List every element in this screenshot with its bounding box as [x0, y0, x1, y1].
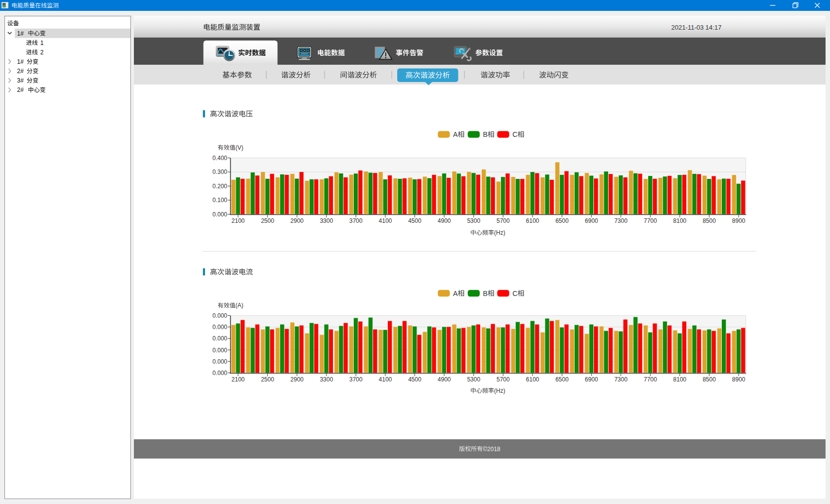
- svg-text:2500: 2500: [261, 217, 274, 224]
- svg-text:0.000: 0.000: [212, 358, 227, 365]
- svg-text:8100: 8100: [673, 217, 687, 224]
- svg-text:1#: 1#: [17, 58, 24, 65]
- svg-text:7300: 7300: [614, 217, 627, 224]
- svg-text:0.000: 0.000: [212, 370, 227, 377]
- svg-text:0.300: 0.300: [212, 168, 227, 175]
- svg-text:4900: 4900: [438, 376, 451, 383]
- svg-text:4100: 4100: [379, 217, 392, 224]
- svg-text:0.000: 0.000: [212, 211, 227, 218]
- svg-text:©2018: ©2018: [483, 446, 500, 453]
- svg-text:5700: 5700: [497, 217, 510, 224]
- svg-text:5300: 5300: [467, 217, 480, 224]
- svg-text:B: B: [483, 290, 488, 297]
- svg-text:8900: 8900: [732, 217, 746, 224]
- svg-text:8100: 8100: [673, 376, 687, 383]
- svg-text:7700: 7700: [644, 376, 657, 383]
- svg-text:6900: 6900: [585, 217, 598, 224]
- svg-text:2900: 2900: [290, 376, 304, 383]
- svg-text:0.000: 0.000: [212, 335, 227, 342]
- svg-text:8900: 8900: [732, 376, 746, 383]
- svg-text:2: 2: [41, 49, 44, 56]
- svg-text:2900: 2900: [290, 217, 304, 224]
- svg-text:8500: 8500: [703, 217, 716, 224]
- svg-text:2100: 2100: [232, 376, 245, 383]
- svg-text:0.100: 0.100: [212, 197, 227, 204]
- svg-text:2#: 2#: [17, 68, 24, 75]
- svg-text:0.000: 0.000: [212, 347, 227, 354]
- svg-text:0.000: 0.000: [212, 324, 227, 331]
- svg-text:5700: 5700: [497, 376, 510, 383]
- svg-text:2021-11-03 14:17: 2021-11-03 14:17: [671, 24, 722, 31]
- svg-text:7700: 7700: [644, 217, 657, 224]
- svg-text:0.400: 0.400: [212, 155, 227, 162]
- svg-text:2#: 2#: [17, 86, 24, 93]
- svg-text:4500: 4500: [408, 217, 421, 224]
- svg-text:1#: 1#: [17, 30, 24, 37]
- svg-text:(V): (V): [236, 144, 244, 151]
- svg-text:3300: 3300: [320, 217, 333, 224]
- svg-text:3300: 3300: [320, 376, 333, 383]
- svg-text:3#: 3#: [17, 77, 24, 84]
- svg-text:7300: 7300: [614, 376, 627, 383]
- svg-text:2100: 2100: [232, 217, 245, 224]
- svg-text:C: C: [512, 290, 517, 297]
- svg-text:3700: 3700: [349, 217, 363, 224]
- svg-text:6500: 6500: [555, 376, 569, 383]
- svg-text:4900: 4900: [438, 217, 451, 224]
- svg-text:6500: 6500: [555, 217, 569, 224]
- svg-text:(Hz): (Hz): [494, 387, 505, 394]
- svg-text:5300: 5300: [467, 376, 480, 383]
- svg-text:0.000: 0.000: [212, 312, 227, 319]
- svg-text:(Hz): (Hz): [494, 229, 505, 236]
- svg-text:1: 1: [41, 40, 44, 46]
- svg-text:6900: 6900: [585, 376, 598, 383]
- svg-text:6100: 6100: [526, 217, 540, 224]
- svg-text:A: A: [453, 130, 458, 138]
- svg-text:A: A: [453, 290, 458, 297]
- svg-text:C: C: [512, 130, 517, 138]
- svg-text:8500: 8500: [703, 376, 716, 383]
- svg-text:0.200: 0.200: [212, 183, 227, 190]
- svg-text:(A): (A): [236, 302, 244, 309]
- svg-text:2500: 2500: [261, 376, 274, 383]
- svg-text:4500: 4500: [408, 376, 421, 383]
- svg-text:B: B: [483, 130, 488, 138]
- svg-text:3700: 3700: [349, 376, 363, 383]
- svg-text:6100: 6100: [526, 376, 540, 383]
- svg-text:4100: 4100: [379, 376, 392, 383]
